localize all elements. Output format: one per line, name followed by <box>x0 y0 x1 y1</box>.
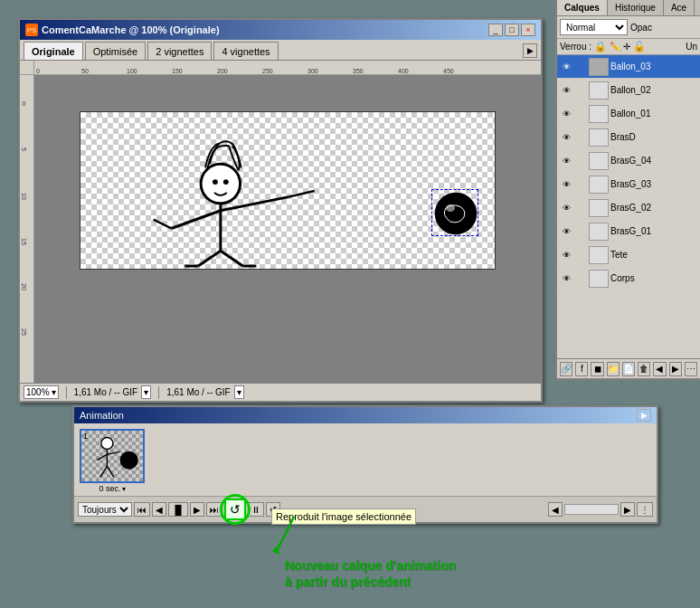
layer-chain-2[interactable] <box>574 108 587 120</box>
scroll-left-btn[interactable]: ◀ <box>548 502 563 517</box>
tab-originale[interactable]: Originale <box>24 42 83 60</box>
new-layer-btn[interactable]: 📄 <box>622 362 635 376</box>
layer-row-3[interactable]: 👁BrasD <box>557 126 700 149</box>
scroll-bar[interactable] <box>564 504 619 515</box>
mask-btn[interactable]: ◼ <box>591 362 603 376</box>
layer-eye-2[interactable]: 👁 <box>560 108 572 120</box>
layer-thumb-4 <box>589 152 609 170</box>
new-group-btn[interactable]: 📁 <box>607 362 620 376</box>
layer-name-0: Ballon_03 <box>610 62 697 71</box>
layer-thumb-3 <box>589 128 609 147</box>
tab-historique[interactable]: Historique <box>608 0 664 15</box>
scroll-right-btn[interactable]: ▶ <box>620 502 635 517</box>
blend-mode-select[interactable]: Normal <box>560 19 628 35</box>
svg-line-9 <box>221 251 243 266</box>
file-type-dropdown-left[interactable]: ▾ <box>141 385 151 399</box>
close-btn[interactable]: × <box>521 24 535 36</box>
layer-chain-0[interactable] <box>574 61 587 73</box>
tab-calques[interactable]: Calques <box>557 0 608 15</box>
layer-eye-0[interactable]: 👁 <box>560 61 572 73</box>
layer-eye-9[interactable]: 👁 <box>560 272 572 285</box>
layer-chain-5[interactable] <box>574 178 587 191</box>
layer-row-2[interactable]: 👁Ballon_01 <box>557 102 700 126</box>
loop-select[interactable]: Toujours <box>78 502 132 517</box>
file-size-left: 1,61 Mo / -- GIF <box>74 387 138 397</box>
canvas-area: 0 5 10 15 20 25 <box>20 75 541 383</box>
tab-2vignettes[interactable]: 2 vignettes <box>147 42 212 60</box>
layer-eye-8[interactable]: 👁 <box>560 249 572 261</box>
annotation-text: Nouveau calque d'animation à partir du p… <box>285 557 456 590</box>
minimize-btn[interactable]: _ <box>488 24 503 36</box>
svg-point-20 <box>120 451 137 469</box>
layer-thumb-9 <box>589 270 609 288</box>
stop-btn[interactable]: ⏸ <box>248 502 264 517</box>
layer-row-9[interactable]: 👁Corps <box>557 267 700 290</box>
layer-eye-1[interactable]: 👁 <box>560 84 572 97</box>
layer-chain-6[interactable] <box>574 202 587 214</box>
layer-row-4[interactable]: 👁BrasG_04 <box>557 149 700 173</box>
tab-ace[interactable]: Ace <box>664 0 695 15</box>
unlock-icon[interactable]: 🔓 <box>633 41 646 52</box>
layer-eye-6[interactable]: 👁 <box>560 202 572 214</box>
next-frame-btn[interactable]: ▶ <box>190 502 204 517</box>
layers-controls: Normal Opac <box>557 16 700 39</box>
layer-name-5: BrasG_03 <box>610 179 697 189</box>
layer-eye-5[interactable]: 👁 <box>560 178 572 191</box>
maximize-btn[interactable]: □ <box>505 24 519 36</box>
more-btn[interactable]: ⋯ <box>685 362 697 376</box>
zoom-dropdown[interactable]: 100% ▾ <box>24 385 59 399</box>
lock-icon[interactable]: 🔒 <box>594 41 607 52</box>
layer-name-9: Corps <box>610 273 697 283</box>
svg-line-7 <box>288 191 315 197</box>
copy-frame-btn[interactable]: ↺ <box>224 499 246 520</box>
svg-point-3 <box>223 179 229 185</box>
frame-1-thumb[interactable]: 1 <box>80 429 145 483</box>
layer-chain-8[interactable] <box>574 249 587 261</box>
layers-footer: 🔗 f ◼ 📁 📄 🗑 ◀ ▶ ⋯ <box>557 358 700 378</box>
anim-close-btn[interactable]: ▶ <box>637 409 651 422</box>
first-frame-btn[interactable]: ⏮ <box>134 502 150 517</box>
delete-layer-btn[interactable]: 🗑 <box>638 362 650 376</box>
brush-icon[interactable]: ✏️ <box>610 42 620 52</box>
ruler-mark-50: 50 <box>81 68 89 74</box>
tab-4vignettes[interactable]: 4 vignettes <box>213 42 278 60</box>
file-type-dropdown-right[interactable]: ▾ <box>234 385 244 399</box>
svg-line-17 <box>107 451 119 454</box>
layer-row-5[interactable]: 👁BrasG_03 <box>557 173 700 196</box>
layer-row-0[interactable]: 👁Ballon_03 <box>557 55 700 79</box>
file-size-right-text: 1,61 Mo / -- GIF <box>166 387 231 397</box>
prev-frame-btn[interactable]: ◀ <box>653 362 666 376</box>
next-frame-btn[interactable]: ▶ <box>669 362 682 376</box>
layer-row-8[interactable]: 👁Tete <box>557 243 700 267</box>
last-frame-btn[interactable]: ⏭ <box>206 502 222 517</box>
move-icon[interactable]: ✛ <box>623 42 630 52</box>
prev-frame-btn[interactable]: ◀ <box>152 502 166 517</box>
layer-eye-3[interactable]: 👁 <box>560 131 572 144</box>
layer-chain-4[interactable] <box>574 155 587 167</box>
layer-chain-3[interactable] <box>574 131 587 144</box>
frames-area: 1 0 sec. ▾ <box>74 423 657 496</box>
svg-point-2 <box>213 179 218 185</box>
zoom-arrow: ▾ <box>52 387 56 397</box>
file-size-left-text: 1,61 Mo / -- GIF <box>74 387 138 397</box>
add-style-btn[interactable]: f <box>575 362 588 376</box>
layer-name-2: Ballon_01 <box>610 109 697 119</box>
play-btn[interactable]: ▐▌ <box>168 502 188 517</box>
tab-arrow[interactable]: ▶ <box>523 43 537 58</box>
dropdown-arrow-left: ▾ <box>144 387 148 397</box>
layer-row-6[interactable]: 👁BrasG_02 <box>557 196 700 220</box>
layer-eye-4[interactable]: 👁 <box>560 155 572 167</box>
layer-row-1[interactable]: 👁Ballon_02 <box>557 79 700 102</box>
layer-chain-7[interactable] <box>574 225 587 238</box>
frame-time-arrow[interactable]: ▾ <box>122 485 126 493</box>
layer-eye-7[interactable]: 👁 <box>560 225 572 238</box>
layer-row-7[interactable]: 👁BrasG_01 <box>557 220 700 243</box>
h-ruler: 0 50 100 150 200 250 300 350 400 450 <box>34 61 541 75</box>
svg-point-12 <box>436 194 476 233</box>
link-layers-btn[interactable]: 🔗 <box>560 362 572 376</box>
svg-line-8 <box>198 251 221 266</box>
tab-optimisee[interactable]: Optimisée <box>85 42 147 60</box>
layer-chain-1[interactable] <box>574 84 587 97</box>
panel-menu-btn[interactable]: ⋮ <box>637 502 653 517</box>
layer-chain-9[interactable] <box>574 272 587 285</box>
